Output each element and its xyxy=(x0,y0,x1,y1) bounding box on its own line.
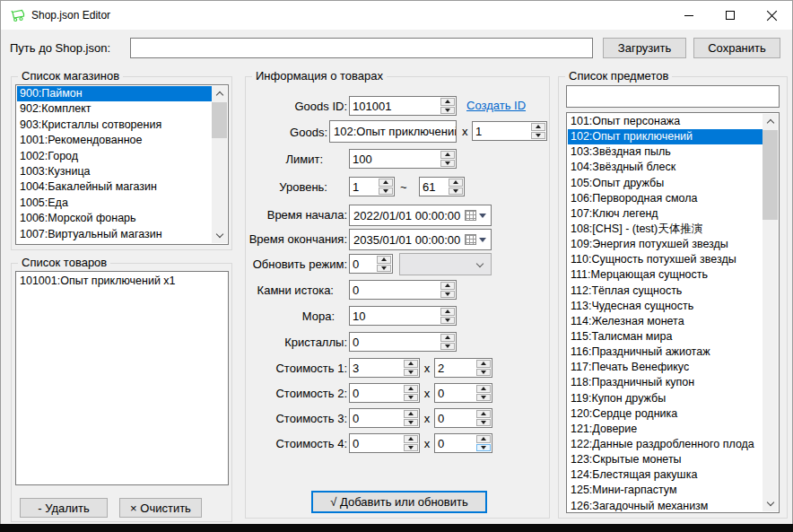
spin-up-button[interactable] xyxy=(531,123,545,131)
item-list-item[interactable]: 119:Купон дружбы xyxy=(568,391,762,406)
level-max-spinner[interactable]: 61 xyxy=(419,177,465,196)
spin-down-button[interactable] xyxy=(440,317,455,325)
item-list-item[interactable]: 122:Данные раздробленного плода xyxy=(568,437,762,452)
begin-time-picker[interactable]: 2022/01/01 00:00:00 xyxy=(349,205,492,226)
items-listbox[interactable]: 101:Опыт персонажа102:Опыт приключений10… xyxy=(566,112,780,513)
scrollbar-thumb[interactable] xyxy=(212,102,227,138)
cost-count-value[interactable]: 2 xyxy=(438,360,475,376)
spin-down-button[interactable] xyxy=(449,188,463,196)
spin-down-button[interactable] xyxy=(404,369,418,377)
shop-list-item[interactable]: 903:Кристаллы сотворения xyxy=(17,118,212,133)
item-list-item[interactable]: 115:Талисман мира xyxy=(568,329,762,344)
cost-item-value[interactable]: 0 xyxy=(353,410,402,426)
cost-count-spinner[interactable]: 0 xyxy=(434,383,492,403)
maximize-button[interactable] xyxy=(710,1,751,30)
goods-count-spinner[interactable]: 1 xyxy=(472,121,547,141)
create-id-link[interactable]: Создать ID xyxy=(466,99,526,112)
cost-item-value[interactable]: 0 xyxy=(353,435,402,451)
cost-item-spinner[interactable]: 0 xyxy=(349,433,420,453)
begin-time-value[interactable]: 2022/01/01 00:00:00 xyxy=(350,209,465,222)
cost-item-value[interactable]: 3 xyxy=(353,360,402,376)
scroll-up-button[interactable] xyxy=(212,86,227,101)
cost-count-spinner[interactable]: 2 xyxy=(434,358,492,378)
spin-up-button[interactable] xyxy=(404,435,418,443)
end-time-value[interactable]: 2035/01/01 00:00:00 xyxy=(350,233,465,247)
goods-id-spinner[interactable]: 101001 xyxy=(349,96,457,116)
spin-up-button[interactable] xyxy=(404,385,418,393)
cart-list-item[interactable]: 101001:Опыт приключений x1 xyxy=(17,273,227,290)
spin-up-button[interactable] xyxy=(404,410,418,418)
goods-textbox[interactable]: 102:Опыт приключений xyxy=(329,120,457,143)
cost-count-value[interactable]: 0 xyxy=(438,435,475,451)
cost-item-spinner[interactable]: 0 xyxy=(349,383,420,403)
goods-id-value[interactable]: 101001 xyxy=(353,98,439,114)
spin-up-button[interactable] xyxy=(440,334,455,342)
item-list-item[interactable]: 109:Энергия потухшей звезды xyxy=(568,237,762,252)
mora-value[interactable]: 10 xyxy=(353,308,439,324)
item-list-item[interactable]: 105:Опыт дружбы xyxy=(568,176,762,191)
item-list-item[interactable]: 102:Опыт приключений xyxy=(568,129,762,144)
spin-up-button[interactable] xyxy=(476,385,491,393)
item-list-item[interactable]: 125:Мини-гарпастум xyxy=(568,483,762,498)
spin-up-button[interactable] xyxy=(377,256,391,264)
spin-down-button[interactable] xyxy=(531,132,545,140)
item-list-item[interactable]: 116:Праздничный ажиотаж xyxy=(568,344,762,360)
cost-count-spinner[interactable]: 0 xyxy=(434,408,492,428)
crystals-value[interactable]: 0 xyxy=(353,334,439,350)
spin-up-button[interactable] xyxy=(476,410,491,418)
dropdown-arrow-icon[interactable] xyxy=(479,238,486,242)
spin-up-button[interactable] xyxy=(476,435,491,443)
scroll-down-button[interactable] xyxy=(762,496,778,511)
shop-list-item[interactable]: 1005:Еда xyxy=(17,196,212,211)
cost-count-value[interactable]: 0 xyxy=(438,385,475,401)
mora-spinner[interactable]: 10 xyxy=(349,306,457,326)
clear-button[interactable]: × Очистить xyxy=(119,498,202,518)
spin-up-button[interactable] xyxy=(404,360,418,368)
item-list-item[interactable]: 107:Ключ легенд xyxy=(568,206,762,222)
scroll-up-button[interactable] xyxy=(762,114,778,129)
item-list-item[interactable]: 124:Блестящая ракушка xyxy=(568,467,762,483)
spin-down-button[interactable] xyxy=(440,343,455,351)
item-list-item[interactable]: 118:Праздничный купон xyxy=(568,375,762,390)
spin-down-button[interactable] xyxy=(476,394,491,402)
shop-list-item[interactable]: 1004:Бакалейный магазин xyxy=(17,179,212,195)
cost-count-value[interactable]: 0 xyxy=(438,410,475,426)
spin-down-button[interactable] xyxy=(404,444,418,452)
crystals-spinner[interactable]: 0 xyxy=(349,332,457,352)
spin-down-button[interactable] xyxy=(440,107,455,115)
save-button[interactable]: Сохранить xyxy=(693,38,780,58)
spin-down-button[interactable] xyxy=(476,419,491,427)
spin-up-button[interactable] xyxy=(476,360,491,368)
spin-down-button[interactable] xyxy=(476,444,491,452)
item-list-item[interactable]: 110:Сущность потухшей звезды xyxy=(568,252,762,267)
item-list-item[interactable]: 113:Чудесная сущность xyxy=(568,299,762,314)
primogems-spinner[interactable]: 0 xyxy=(349,280,457,300)
close-button[interactable] xyxy=(751,1,792,30)
primogems-value[interactable]: 0 xyxy=(353,282,439,298)
cost-item-spinner[interactable]: 0 xyxy=(349,408,420,428)
scroll-down-button[interactable] xyxy=(212,228,227,243)
item-list-item[interactable]: 114:Железная монета xyxy=(568,314,762,329)
item-list-item[interactable]: 120:Сердце родника xyxy=(568,406,762,422)
limit-value[interactable]: 100 xyxy=(353,151,439,167)
spin-down-button[interactable] xyxy=(404,394,418,402)
spin-down-button[interactable] xyxy=(476,369,491,377)
spin-down-button[interactable] xyxy=(404,419,418,427)
spin-down-button[interactable] xyxy=(379,188,393,196)
shop-list-item[interactable]: 1001:Рекомендованное xyxy=(17,133,212,148)
items-search-input[interactable] xyxy=(566,85,780,108)
cost-item-value[interactable]: 0 xyxy=(353,385,402,401)
load-button[interactable]: Загрузить xyxy=(603,38,686,58)
minimize-button[interactable] xyxy=(668,1,710,30)
spin-down-button[interactable] xyxy=(440,160,455,168)
level-max-value[interactable]: 61 xyxy=(423,179,447,195)
spin-up-button[interactable] xyxy=(449,179,463,187)
shops-scrollbar[interactable] xyxy=(212,86,227,243)
shop-list-item[interactable]: 902:Комплект xyxy=(17,101,212,117)
spin-up-button[interactable] xyxy=(440,98,455,106)
item-list-item[interactable]: 108:[CHS] - (test)天体推演 xyxy=(568,222,762,237)
delete-button[interactable]: - Удалить xyxy=(20,498,108,518)
item-list-item[interactable]: 101:Опыт персонажа xyxy=(568,114,762,129)
item-list-item[interactable]: 103:Звёздная пыль xyxy=(568,144,762,160)
shop-list-item[interactable]: 1002:Город xyxy=(17,149,212,164)
